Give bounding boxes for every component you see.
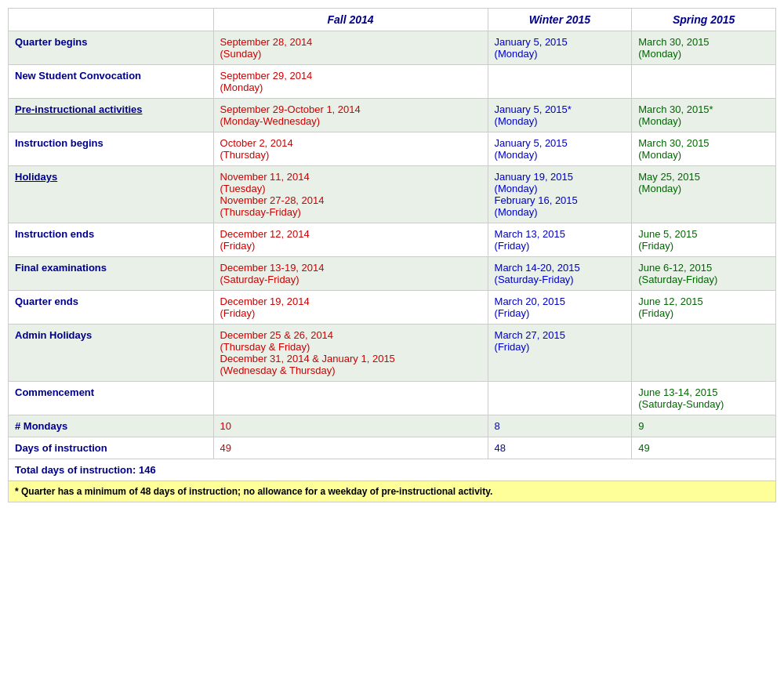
footer-note: * Quarter has a minimum of 48 days of in… xyxy=(9,481,776,502)
fall-cell: November 11, 2014(Tuesday)November 27-28… xyxy=(213,166,488,223)
date-text: May 25, 2015 xyxy=(638,171,769,183)
date-text: June 13-14, 2015 xyxy=(638,386,769,398)
date-text: January 5, 2015 xyxy=(495,137,626,149)
fall-cell: December 25 & 26, 2014(Thursday & Friday… xyxy=(213,325,488,382)
total-row: Total days of instruction: 146 xyxy=(9,459,776,481)
winter-cell: 48 xyxy=(488,437,632,459)
day-text: (Saturday-Friday) xyxy=(220,274,481,285)
date-text: January 5, 2015 xyxy=(495,36,626,48)
spring-cell: March 30, 2015*(Monday) xyxy=(632,99,776,132)
header-spring: Spring 2015 xyxy=(632,9,776,31)
spring-cell: June 5, 2015(Friday) xyxy=(632,223,776,257)
day-text: (Saturday-Sunday) xyxy=(638,398,769,410)
day-text: (Thursday-Friday) xyxy=(220,206,481,218)
day-text: (Saturday-Friday) xyxy=(495,274,626,285)
spring-cell: 49 xyxy=(632,437,776,459)
spring-cell xyxy=(632,65,776,99)
date-text: 9 xyxy=(638,420,769,432)
row-label: Quarter ends xyxy=(9,291,214,325)
day-text: (Monday) xyxy=(495,183,626,194)
day-text: (Friday) xyxy=(495,240,626,252)
spring-cell: June 13-14, 2015(Saturday-Sunday) xyxy=(632,382,776,415)
spring-cell: June 12, 2015(Friday) xyxy=(632,291,776,325)
fall-cell: September 29, 2014(Monday) xyxy=(213,65,488,99)
row-label: Instruction ends xyxy=(9,223,214,257)
day-text: (Friday) xyxy=(638,240,769,252)
day-text: (Thursday & Friday) xyxy=(220,341,481,353)
fall-cell: September 29-October 1, 2014(Monday-Wedn… xyxy=(213,99,488,132)
winter-cell: March 14-20, 2015(Saturday-Friday) xyxy=(488,257,632,291)
winter-cell: January 5, 2015(Monday) xyxy=(488,132,632,166)
table-row: Instruction beginsOctober 2, 2014(Thursd… xyxy=(9,132,776,166)
date-text: March 27, 2015 xyxy=(495,329,626,341)
date-text: 49 xyxy=(220,442,481,454)
date-text: September 29-October 1, 2014 xyxy=(220,103,481,115)
fall-cell: December 19, 2014(Friday) xyxy=(213,291,488,325)
day-text: (Saturday-Friday) xyxy=(638,274,769,285)
day-text: (Monday) xyxy=(495,149,626,161)
table-row: Pre-instructional activitiesSeptember 29… xyxy=(9,99,776,132)
row-label: Pre-instructional activities xyxy=(9,99,214,132)
date-text: October 2, 2014 xyxy=(220,137,481,149)
date-text: March 30, 2015 xyxy=(638,137,769,149)
table-row: Admin HolidaysDecember 25 & 26, 2014(Thu… xyxy=(9,325,776,382)
fall-cell: September 28, 2014(Sunday) xyxy=(213,31,488,65)
day-text: (Friday) xyxy=(220,240,481,252)
row-label: Days of instruction xyxy=(9,437,214,459)
day-text: (Wednesday & Thursday) xyxy=(220,364,481,376)
day-text: (Monday) xyxy=(495,48,626,60)
date-text: 48 xyxy=(495,442,626,454)
row-label: Instruction begins xyxy=(9,132,214,166)
spring-cell: March 30, 2015(Monday) xyxy=(632,132,776,166)
winter-cell xyxy=(488,382,632,415)
table-row: New Student ConvocationSeptember 29, 201… xyxy=(9,65,776,99)
date-text: June 12, 2015 xyxy=(638,296,769,307)
day-text: (Monday) xyxy=(638,48,769,60)
day-text: (Sunday) xyxy=(220,48,481,60)
table-row: Final examinationsDecember 13-19, 2014(S… xyxy=(9,257,776,291)
winter-cell: January 19, 2015(Monday)February 16, 201… xyxy=(488,166,632,223)
table-row: HolidaysNovember 11, 2014(Tuesday)Novemb… xyxy=(9,166,776,223)
date-text: March 30, 2015 xyxy=(638,36,769,48)
date-text: January 5, 2015* xyxy=(495,103,626,115)
date-text: March 20, 2015 xyxy=(495,296,626,307)
winter-cell: January 5, 2015*(Monday) xyxy=(488,99,632,132)
winter-cell: March 13, 2015(Friday) xyxy=(488,223,632,257)
date-text: November 11, 2014 xyxy=(220,171,481,183)
day-text: (Monday) xyxy=(495,206,626,218)
row-label: Final examinations xyxy=(9,257,214,291)
table-row: CommencementJune 13-14, 2015(Saturday-Su… xyxy=(9,382,776,415)
table-row: Days of instruction494849 xyxy=(9,437,776,459)
date-text: 49 xyxy=(638,442,769,454)
spring-cell xyxy=(632,325,776,382)
winter-cell xyxy=(488,65,632,99)
day-text: (Friday) xyxy=(638,307,769,319)
date-text: December 19, 2014 xyxy=(220,296,481,307)
date-text: 10 xyxy=(220,420,481,432)
footer-row: * Quarter has a minimum of 48 days of in… xyxy=(9,481,776,502)
row-label-link[interactable]: Pre-instructional activities xyxy=(15,103,143,115)
day-text: (Monday) xyxy=(220,82,481,93)
calendar-table: Fall 2014 Winter 2015 Spring 2015 Quarte… xyxy=(8,8,776,502)
date-text: December 31, 2014 & January 1, 2015 xyxy=(220,353,481,364)
row-label: Quarter begins xyxy=(9,31,214,65)
header-winter: Winter 2015 xyxy=(488,9,632,31)
day-text: (Monday) xyxy=(638,115,769,127)
date-text: September 29, 2014 xyxy=(220,70,481,82)
date-text: December 13-19, 2014 xyxy=(220,262,481,274)
date-text: June 6-12, 2015 xyxy=(638,262,769,274)
date-text: December 12, 2014 xyxy=(220,228,481,240)
header-fall: Fall 2014 xyxy=(213,9,488,31)
winter-cell: January 5, 2015(Monday) xyxy=(488,31,632,65)
row-label-link[interactable]: Holidays xyxy=(15,171,57,183)
fall-cell: October 2, 2014(Thursday) xyxy=(213,132,488,166)
spring-cell: 9 xyxy=(632,415,776,437)
winter-cell: March 27, 2015(Friday) xyxy=(488,325,632,382)
day-text: (Monday) xyxy=(638,183,769,194)
date-text: March 13, 2015 xyxy=(495,228,626,240)
day-text: (Thursday) xyxy=(220,149,481,161)
winter-cell: 8 xyxy=(488,415,632,437)
fall-cell: December 12, 2014(Friday) xyxy=(213,223,488,257)
date-text: January 19, 2015 xyxy=(495,171,626,183)
table-row: Quarter endsDecember 19, 2014(Friday)Mar… xyxy=(9,291,776,325)
